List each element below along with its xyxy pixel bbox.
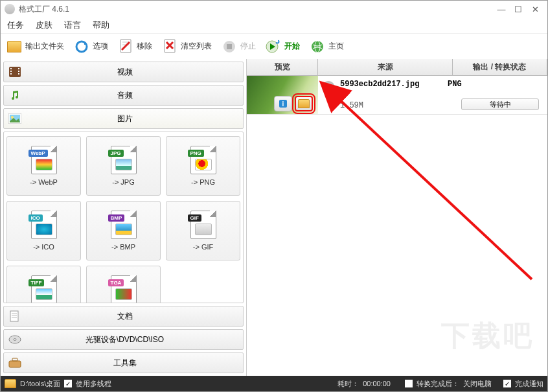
home-label: 主页 [328, 41, 344, 52]
preview-thumbnail[interactable]: i [247, 76, 318, 114]
toolbar: 输出文件夹 选项 移除 清空列表 停止 开始 主页 [1, 33, 547, 59]
format-tile-label: -> GIF [193, 243, 213, 251]
svg-rect-12 [10, 71, 12, 72]
format-tile-tga[interactable]: TGA-> TGA [86, 266, 161, 303]
menu-help[interactable]: 帮助 [93, 19, 109, 31]
film-icon [8, 65, 22, 79]
clear-button[interactable]: 清空列表 [161, 38, 212, 55]
svg-rect-20 [10, 311, 18, 321]
format-grid: WebP-> WebPJPG-> JPGPNG-> PNGICO-> ICOBM… [3, 132, 244, 303]
folder-icon [6, 38, 23, 55]
format-tile-label: -> WebP [30, 178, 58, 186]
format-tile-jpg[interactable]: JPG-> JPG [86, 136, 161, 196]
format-tile-gif[interactable]: GIF-> GIF [166, 201, 240, 260]
folder-icon[interactable] [5, 379, 16, 388]
menu-skin[interactable]: 皮肤 [36, 19, 52, 31]
multithread-label: 使用多线程 [76, 379, 111, 389]
globe-icon [309, 38, 326, 55]
music-icon [8, 88, 22, 102]
start-button[interactable]: 开始 [265, 38, 300, 55]
category-audio[interactable]: 音频 [3, 85, 244, 106]
target-format: PNG [448, 80, 462, 89]
svg-point-8 [312, 41, 323, 52]
options-label: 选项 [93, 41, 108, 52]
output-folder-label: 输出文件夹 [25, 41, 64, 52]
stop-label: 停止 [240, 41, 256, 52]
image-icon [8, 111, 22, 126]
output-folder-button[interactable]: 输出文件夹 [6, 38, 64, 55]
options-button[interactable]: 选项 [73, 38, 108, 55]
format-tile-tiff[interactable]: TIFF-> TIF [6, 266, 81, 303]
maximize-button[interactable]: ☐ [510, 3, 527, 16]
statusbar: D:\tools\桌面 ✓ 使用多线程 耗时： 00:00:00 · 转换完成后… [1, 376, 547, 391]
elapsed-label: 耗时： [337, 379, 359, 389]
remove-button[interactable]: 移除 [117, 38, 152, 55]
svg-rect-11 [10, 68, 12, 69]
close-button[interactable]: ✕ [527, 3, 543, 16]
play-icon [265, 38, 282, 55]
multithread-checkbox[interactable]: ✓ [64, 380, 72, 387]
file-type-icon: TGA [111, 275, 137, 303]
col-source[interactable]: 来源 [318, 59, 453, 75]
category-picture[interactable]: 图片 [3, 108, 244, 129]
window-title: 格式工厂 4.6.1 [19, 4, 69, 15]
stop-icon [221, 38, 238, 55]
format-tile-ico[interactable]: ICO-> ICO [6, 201, 81, 260]
category-document[interactable]: 文档 [3, 306, 244, 327]
gear-refresh-icon [73, 38, 90, 55]
output-path[interactable]: D:\tools\桌面 [20, 379, 60, 389]
svg-rect-15 [18, 71, 19, 72]
menu-task[interactable]: 任务 [7, 19, 24, 31]
start-label: 开始 [284, 41, 300, 52]
menu-lang[interactable]: 语言 [64, 19, 81, 31]
conversion-header: 预览 来源 输出 / 转换状态 [247, 59, 547, 76]
minimize-button[interactable]: — [493, 3, 510, 16]
category-toolkit[interactable]: 工具集 [3, 352, 244, 373]
main: 视频 音频 图片 WebP-> WebPJPG-> JPGPNG-> PNGIC… [1, 59, 547, 376]
svg-line-30 [336, 97, 532, 279]
svg-point-0 [76, 41, 87, 52]
stop-button[interactable]: 停止 [221, 38, 256, 55]
format-tile-label: -> BMP [111, 243, 135, 251]
row-open-folder-button[interactable] [295, 96, 313, 111]
svg-rect-6 [227, 44, 232, 49]
clear-icon [161, 38, 178, 55]
app-icon [5, 4, 15, 14]
svg-rect-14 [18, 68, 19, 69]
conversion-row[interactable]: i 5993ecb2dd217.jpg PNG 1.59M 等待中 [247, 76, 547, 115]
document-icon [8, 309, 22, 323]
file-size: 1.59M [340, 101, 363, 110]
category-picture-label: 图片 [26, 113, 223, 124]
svg-text:i: i [282, 100, 284, 108]
svg-rect-27 [12, 358, 17, 361]
notify-label: 完成通知 [515, 379, 543, 389]
after-checkbox[interactable]: · [405, 380, 413, 387]
home-button[interactable]: 主页 [309, 38, 344, 55]
category-video[interactable]: 视频 [3, 62, 244, 82]
notify-checkbox[interactable]: ✓ [503, 380, 511, 387]
row-info-button[interactable]: i [274, 96, 292, 111]
format-tile-bmp[interactable]: BMP-> BMP [86, 201, 161, 260]
file-type-icon: WebP [31, 146, 57, 174]
category-toolkit-label: 工具集 [26, 358, 223, 369]
clear-label: 清空列表 [181, 41, 212, 52]
right-panel: 预览 来源 输出 / 转换状态 i 5993ecb2dd217.jpg PNG [247, 59, 547, 376]
file-type-icon: BMP [111, 211, 137, 239]
format-tile-png[interactable]: PNG-> PNG [166, 136, 240, 196]
remove-label: 移除 [137, 41, 152, 52]
after-value[interactable]: 关闭电脑 [463, 379, 492, 389]
category-document-label: 文档 [26, 311, 223, 322]
after-label: 转换完成后： [417, 379, 459, 389]
file-name: 5993ecb2dd217.jpg [340, 80, 419, 89]
col-status[interactable]: 输出 / 转换状态 [453, 59, 547, 75]
svg-rect-16 [18, 73, 19, 75]
format-tile-label: -> ICO [33, 243, 54, 251]
col-preview[interactable]: 预览 [247, 59, 318, 75]
format-tile-webp[interactable]: WebP-> WebP [6, 136, 81, 196]
category-optical[interactable]: 光驱设备\DVD\CD\ISO [3, 329, 244, 350]
category-audio-label: 音频 [26, 90, 223, 101]
elapsed-value: 00:00:00 [363, 380, 391, 387]
format-tile-label: -> JPG [112, 178, 135, 186]
file-type-icon: ICO [31, 211, 57, 239]
svg-point-19 [11, 116, 14, 119]
